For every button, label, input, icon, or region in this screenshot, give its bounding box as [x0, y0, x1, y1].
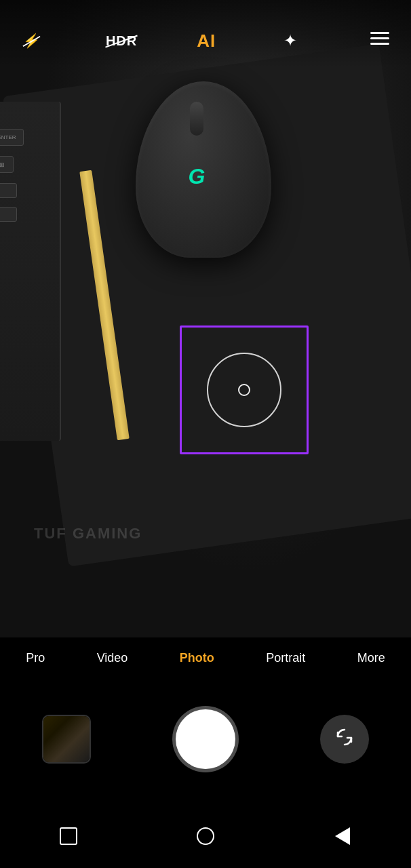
mouse-logo: G [176, 156, 217, 197]
bottom-controls [0, 678, 411, 800]
circle-icon [197, 827, 214, 845]
flip-camera-button[interactable] [320, 715, 369, 764]
svg-rect-0 [370, 32, 389, 34]
home-button[interactable] [189, 819, 222, 853]
mouse-scroll-wheel [190, 102, 203, 136]
svg-rect-2 [370, 43, 389, 45]
flash-off-icon: ⚡ [23, 33, 40, 49]
svg-rect-1 [370, 37, 389, 39]
menu-button[interactable] [365, 26, 395, 56]
hdr-label: HDR [106, 33, 137, 49]
flip-camera-icon [333, 726, 356, 753]
keyboard-area: ENTER ⊞ [0, 102, 61, 441]
gallery-thumbnail[interactable] [42, 715, 91, 764]
mode-pro[interactable]: Pro [18, 646, 53, 671]
back-icon [335, 827, 350, 845]
shutter-button[interactable] [176, 709, 235, 769]
back-button[interactable] [326, 819, 359, 853]
mode-more[interactable]: More [349, 646, 393, 671]
mode-video[interactable]: Video [89, 646, 136, 671]
mode-selector-bar: Pro Video Photo Portrait More [0, 637, 411, 678]
focus-box[interactable] [180, 326, 309, 454]
ai-button[interactable]: AI [197, 26, 216, 56]
mode-photo[interactable]: Photo [172, 646, 222, 671]
recent-apps-button[interactable] [52, 819, 85, 853]
thumbnail-preview [43, 716, 90, 762]
hamburger-icon [370, 32, 389, 50]
flash-button[interactable]: ⚡ [16, 26, 46, 56]
favorites-button[interactable]: ✦ [275, 26, 305, 56]
focus-point [238, 384, 250, 396]
square-icon [60, 827, 77, 845]
top-bar: ⚡ HDR AI ✦ [0, 0, 411, 68]
star-icon: ✦ [283, 31, 297, 50]
navigation-bar [0, 804, 411, 868]
camera-viewfinder: ENTER ⊞ TUF GAMING G [0, 0, 411, 637]
hdr-button[interactable]: HDR [106, 26, 137, 56]
tuf-branding: TUF GAMING [14, 454, 149, 556]
tuf-text: TUF GAMING [34, 525, 142, 542]
mode-portrait[interactable]: Portrait [258, 646, 313, 671]
